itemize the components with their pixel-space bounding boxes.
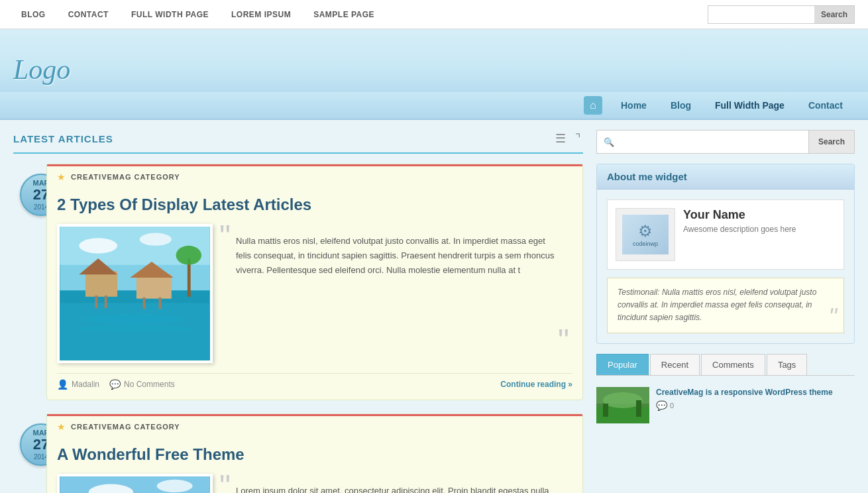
quote-open-1: " <box>219 221 231 252</box>
tab-comments[interactable]: Comments <box>701 354 765 375</box>
logo-bar: Logo <box>0 29 868 92</box>
nav-lorem[interactable]: LOREM IPSUM <box>223 10 299 19</box>
section-title: LATEST ARTICLES <box>13 133 113 144</box>
secondary-nav-contact[interactable]: Contact <box>796 100 855 111</box>
article-quote-2: " Lorem ipsum dolor sit amet, consectetu… <box>223 474 572 493</box>
article-excerpt-1: Nulla mattis eros nisl, eleifend volutpa… <box>226 231 569 281</box>
svg-rect-40 <box>636 400 641 417</box>
content-area: LATEST ARTICLES ☰ ⌝ Mar 27 2014 ★ CREATI… <box>13 130 583 493</box>
svg-rect-14 <box>159 298 162 309</box>
popular-post-title-1[interactable]: CreativeMag is a responsive WordPress th… <box>656 387 855 398</box>
svg-rect-13 <box>143 298 146 309</box>
codeinwp-label: codeinwp <box>633 241 658 247</box>
about-name: Your Name <box>683 208 836 222</box>
svg-point-6 <box>140 233 172 246</box>
top-search-button[interactable]: Search <box>814 6 854 23</box>
secondary-nav-home[interactable]: Home <box>609 100 659 111</box>
article-wrapper-2: Mar 27 2014 ★ CREATIVEMAG CATEGORY A Won… <box>46 413 583 493</box>
article-title-2[interactable]: A Wonderful Free Theme <box>57 445 572 464</box>
top-search-form: Search <box>708 5 855 24</box>
article-footer-1: 👤 Madalin 💬 No Comments Continue reading… <box>57 373 572 390</box>
popular-info-1: CreativeMag is a responsive WordPress th… <box>656 387 855 411</box>
article-card-1: ★ CREATIVEMAG CATEGORY 2 Types Of Displa… <box>46 164 583 400</box>
secondary-nav-fullwidth[interactable]: Full Width Page <box>703 100 796 111</box>
author-info-1: 👤 Madalin <box>57 379 99 390</box>
author-name-1: Madalin <box>72 380 99 389</box>
svg-rect-7 <box>85 271 117 296</box>
home-icon[interactable]: ⌂ <box>584 96 602 115</box>
sidebar-search-button[interactable]: Search <box>808 131 854 153</box>
nav-contact[interactable]: CONTACT <box>60 10 117 19</box>
category-label-1: CREATIVEMAG CATEGORY <box>71 173 180 181</box>
about-info: Your Name Awesome description goes here <box>683 208 836 261</box>
codeinwp-logo: ⚙ codeinwp <box>633 222 658 247</box>
popular-comments-1: 💬 0 <box>656 400 855 411</box>
section-header: LATEST ARTICLES ☰ ⌝ <box>13 130 583 154</box>
main-layout: LATEST ARTICLES ☰ ⌝ Mar 27 2014 ★ CREATI… <box>0 120 868 493</box>
category-label-2: CREATIVEMAG CATEGORY <box>71 423 180 431</box>
secondary-nav-links: Home Blog Full Width Page Contact <box>609 100 855 111</box>
article-image-2 <box>57 474 213 493</box>
article-card-top-1: ★ CREATIVEMAG CATEGORY <box>47 164 582 188</box>
secondary-nav: ⌂ Home Blog Full Width Page Contact <box>0 92 868 120</box>
tabs-section: Popular Recent Comments Tags <box>596 354 855 435</box>
nav-fullwidth[interactable]: FULL WIDTH PAGE <box>123 10 217 19</box>
article-title-1[interactable]: 2 Types Of Display Latest Articles <box>57 195 572 214</box>
article-wrapper-1: Mar 27 2014 ★ CREATIVEMAG CATEGORY 2 Typ… <box>46 164 583 400</box>
comment-count-1: No Comments <box>124 380 175 389</box>
testimonial-box: Testimonail: Nulla mattis eros nisl, ele… <box>607 278 844 333</box>
sidebar-search-input[interactable] <box>621 131 808 153</box>
article-card-top-2: ★ CREATIVEMAG CATEGORY <box>47 414 582 437</box>
svg-rect-11 <box>136 274 172 299</box>
about-avatar: ⚙ codeinwp <box>616 208 675 261</box>
article-image-placeholder-1 <box>60 227 210 360</box>
comments-info-1: 💬 No Comments <box>109 379 175 390</box>
article-body-1: " Nulla mattis eros nisl, eleifend volut… <box>57 224 572 363</box>
star-icon-2: ★ <box>57 421 66 432</box>
author-icon-1: 👤 <box>57 379 68 390</box>
article-body-2: " Lorem ipsum dolor sit amet, consectetu… <box>57 474 572 493</box>
sidebar: 🔍 Search About me widget ⚙ codeinwp <box>596 130 855 493</box>
about-widget-body: ⚙ codeinwp Your Name Awesome description… <box>597 190 854 343</box>
about-description: Awesome description goes here <box>683 225 836 234</box>
article-image-1 <box>57 224 213 363</box>
nav-sample[interactable]: SAMPLE PAGE <box>305 10 382 19</box>
testimonial-quote-close: " <box>828 305 837 329</box>
gear-icon: ⚙ <box>638 222 653 241</box>
continue-reading-1[interactable]: Continue reading » <box>500 380 572 389</box>
svg-point-24 <box>157 480 193 492</box>
svg-rect-39 <box>603 404 608 417</box>
top-nav: BLOG CONTACT FULL WIDTH PAGE LOREM IPSUM… <box>0 0 868 29</box>
top-search-input[interactable] <box>708 10 814 19</box>
popular-comment-count-1: 0 <box>670 402 674 410</box>
testimonial-text: Testimonail: Nulla mattis eros nisl, ele… <box>618 288 816 322</box>
list-view-icon[interactable]: ☰ <box>553 130 569 147</box>
quote-close-1: " <box>558 325 569 356</box>
tab-popular[interactable]: Popular <box>596 354 649 375</box>
logo[interactable]: Logo <box>13 54 855 85</box>
svg-point-16 <box>77 325 191 333</box>
tab-tags[interactable]: Tags <box>767 354 807 375</box>
view-icons: ☰ ⌝ <box>553 130 583 147</box>
about-widget-title: About me widget <box>607 171 687 182</box>
svg-point-15 <box>83 314 186 324</box>
popular-post-1: CreativeMag is a responsive WordPress th… <box>596 384 855 427</box>
secondary-nav-blog[interactable]: Blog <box>659 100 703 111</box>
comment-icon-1: 💬 <box>109 379 121 390</box>
popular-thumb-1 <box>596 387 649 423</box>
svg-rect-10 <box>105 296 107 308</box>
nav-blog[interactable]: BLOG <box>13 10 54 19</box>
quote-open-2: " <box>219 470 231 493</box>
grid-view-icon[interactable]: ⌝ <box>572 130 583 147</box>
about-widget-header: About me widget <box>597 164 854 190</box>
tab-content: CreativeMag is a responsive WordPress th… <box>596 376 855 435</box>
about-card: ⚙ codeinwp Your Name Awesome description… <box>607 199 844 270</box>
logo-area: Logo <box>0 47 868 92</box>
tabs-header: Popular Recent Comments Tags <box>596 354 855 376</box>
sidebar-search-form: 🔍 Search <box>596 130 855 154</box>
top-nav-links: BLOG CONTACT FULL WIDTH PAGE LOREM IPSUM… <box>13 10 382 19</box>
about-widget: About me widget ⚙ codeinwp Your Name <box>596 164 855 344</box>
star-icon-1: ★ <box>57 172 66 182</box>
svg-rect-9 <box>95 296 97 308</box>
tab-recent[interactable]: Recent <box>650 354 700 375</box>
